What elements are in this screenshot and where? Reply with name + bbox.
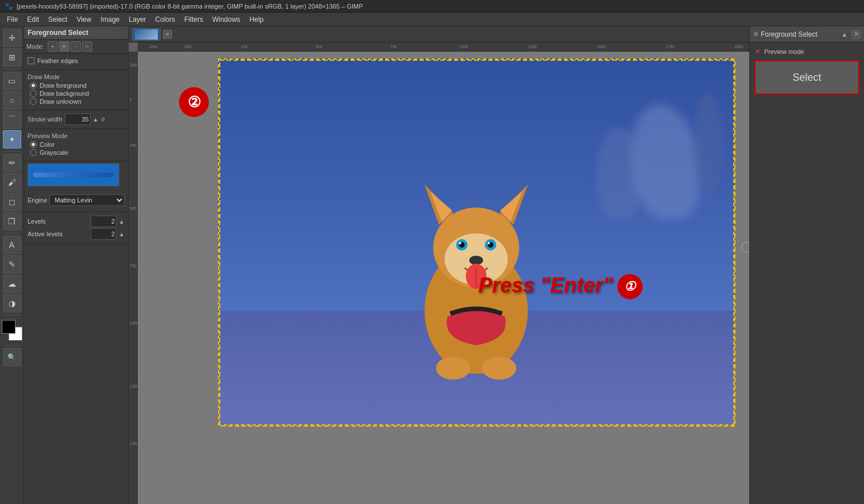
tool-separator-3 <box>4 233 20 233</box>
panel-drag-handle: ⚙ <box>753 31 758 37</box>
menu-view[interactable]: View <box>72 14 96 25</box>
tool-options-header: Foreground Select <box>24 26 128 40</box>
engine-section: Engine Matting Levin <box>24 191 128 212</box>
image-tab-thumbnail[interactable] <box>132 28 161 41</box>
draw-mode-section: Draw Mode Draw foreground Draw backgroun… <box>24 70 128 110</box>
mode-subtract-btn[interactable]: - <box>71 41 81 52</box>
levels-spin[interactable]: ▲ <box>119 218 124 225</box>
menu-filters[interactable]: Filters <box>180 14 208 25</box>
text-tool[interactable]: A <box>3 236 21 254</box>
tool-separator-4 <box>4 315 20 315</box>
levels-input[interactable] <box>91 216 116 227</box>
draw-background-label: Draw background <box>40 90 89 97</box>
tool-separator <box>4 69 20 69</box>
panel-expand-btn[interactable]: ▲ <box>840 30 849 39</box>
preview-grayscale-label: Grayscale <box>40 149 68 156</box>
levels-row: Levels ▲ <box>28 216 124 227</box>
menu-edit[interactable]: Edit <box>22 14 44 25</box>
smudge-tool[interactable]: ☁ <box>3 275 21 293</box>
ruler-top: -250 -500 250 500 750 1000 1250 1500 175… <box>138 42 749 52</box>
press-enter-text: Press "Enter"① <box>478 274 643 299</box>
preview-grayscale-row: Grayscale <box>28 149 124 156</box>
app-icon: 🐾 <box>5 2 13 10</box>
stroke-width-row: Stroke width ▲ ↺ <box>28 114 124 125</box>
tool-separator-2 <box>4 151 20 151</box>
brush-stroke <box>33 173 114 177</box>
ruler-mark: 1250 <box>528 45 537 49</box>
fg-select-header: ⚙ Foreground Select ▲ ✕ <box>750 26 864 42</box>
active-levels-label: Active levels <box>28 230 88 237</box>
foreground-color-swatch[interactable] <box>2 320 15 334</box>
title-bar: 🐾 [pexels-hnoody93-58997] (imported)-17.… <box>0 0 864 13</box>
stroke-width-input[interactable] <box>65 114 91 125</box>
free-select-tool[interactable]: ⌒ <box>3 111 21 129</box>
paths-tool[interactable]: ✏ <box>3 154 21 172</box>
draw-unknown-radio[interactable] <box>30 98 37 105</box>
menu-windows[interactable]: Windows <box>208 14 245 25</box>
menu-colors[interactable]: Colors <box>151 14 180 25</box>
toolbox: ✛ ⊞ ▭ ○ ⌒ ✦ ✏ 🖌 ◻ ❐ A ✎ ☁ ◑ 🔍 <box>0 26 24 504</box>
menu-file[interactable]: File <box>2 14 22 25</box>
image-background: Press "Enter"① <box>218 58 734 425</box>
levels-section: Levels ▲ Active levels ▲ <box>24 212 128 245</box>
mode-add-btn[interactable]: + <box>59 41 69 52</box>
rect-select-tool[interactable]: ▭ <box>3 72 21 90</box>
canvas-content: Press "Enter"① ② <box>218 58 734 504</box>
clone-tool[interactable]: ❐ <box>3 212 21 230</box>
active-levels-input[interactable] <box>91 228 116 240</box>
ruler-mark: 500 <box>316 45 322 49</box>
select-button[interactable]: Select <box>754 60 859 95</box>
ruler-mark: -250 <box>149 45 157 49</box>
draw-unknown-row: Draw unknown <box>28 98 124 105</box>
panel-close-btn[interactable]: ✕ <box>851 30 861 39</box>
draw-foreground-radio[interactable] <box>30 82 37 89</box>
close-tab-btn[interactable]: ✕ <box>163 30 172 39</box>
canvas-scroll[interactable]: Press "Enter"① ② <box>138 52 749 504</box>
active-levels-spin[interactable]: ▲ <box>119 231 124 237</box>
zoom-tool[interactable]: 🔍 <box>3 348 21 366</box>
ruler-mark: 250 <box>241 45 248 49</box>
ellipse-select-tool[interactable]: ○ <box>3 91 21 110</box>
menu-image[interactable]: Image <box>96 14 124 25</box>
menu-select[interactable]: Select <box>44 14 72 25</box>
draw-unknown-label: Draw unknown <box>40 98 81 105</box>
engine-dropdown[interactable]: Matting Levin <box>49 194 124 206</box>
stroke-reset-btn[interactable]: ↺ <box>100 116 105 123</box>
svg-point-17 <box>482 357 516 380</box>
levels-label: Levels <box>28 218 88 225</box>
color-swatches[interactable] <box>2 320 22 341</box>
svg-point-13 <box>469 256 483 265</box>
corgi-svg <box>390 150 562 380</box>
fg-select-panel-title: Foreground Select <box>761 30 838 38</box>
preview-mode-close[interactable]: ✕ <box>754 47 761 56</box>
mode-icons-row: Mode: ▪ + - ∩ <box>24 40 128 54</box>
preview-mode-row: ✕ Preview mode <box>754 47 859 56</box>
dodge-tool[interactable]: ◑ <box>3 294 21 312</box>
menu-layer[interactable]: Layer <box>124 14 151 25</box>
draw-background-radio[interactable] <box>30 90 37 97</box>
bg-figure-2 <box>597 127 643 219</box>
ruler-mark: -500 <box>184 45 192 49</box>
feather-edges-checkbox[interactable] <box>28 57 34 64</box>
paintbrush-tool[interactable]: 🖌 <box>3 173 21 192</box>
ruler-mark: 1750 <box>665 45 675 49</box>
feather-edges-section: Feather edges <box>24 54 128 70</box>
stroke-spin-up[interactable]: ▲ <box>93 116 99 123</box>
eraser-tool[interactable]: ◻ <box>3 193 21 211</box>
pencil-tool[interactable]: ✎ <box>3 255 21 274</box>
image-toolbar: ✕ <box>129 26 749 42</box>
engine-row: Engine Matting Levin <box>28 194 124 206</box>
active-levels-row: Active levels ▲ <box>28 228 124 240</box>
foreground-select-tool[interactable]: ✦ <box>3 130 21 149</box>
preview-grayscale-radio[interactable] <box>30 149 37 156</box>
mode-intersect-btn[interactable]: ∩ <box>82 41 92 52</box>
mode-replace-btn[interactable]: ▪ <box>48 41 58 52</box>
menu-help[interactable]: Help <box>245 14 268 25</box>
engine-label: Engine <box>28 197 47 204</box>
preview-color-radio[interactable] <box>30 141 37 148</box>
move-tool[interactable]: ✛ <box>3 29 21 47</box>
preview-mode-label: Preview Mode <box>28 132 124 139</box>
align-tool[interactable]: ⊞ <box>3 48 21 67</box>
badge-1: ① <box>617 274 643 299</box>
ruler-mark: 2000 <box>734 45 744 49</box>
